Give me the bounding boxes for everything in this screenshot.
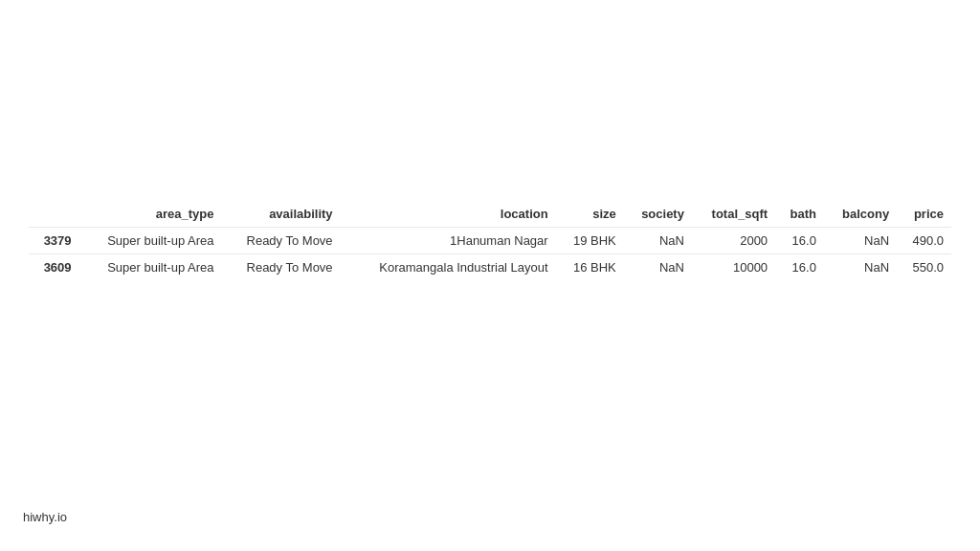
cell-total-sqft-1: 10000 [692, 254, 775, 281]
cell-area-type-0: Super built-up Area [79, 228, 222, 254]
col-header-bath: bath [775, 201, 824, 228]
cell-index-0: 3379 [29, 228, 79, 254]
cell-location-0: 1Hanuman Nagar [341, 228, 556, 254]
cell-total-sqft-0: 2000 [692, 228, 775, 254]
watermark-label: hiwhy.io [23, 510, 67, 524]
cell-size-1: 16 BHK [556, 254, 624, 281]
col-header-index [29, 201, 79, 228]
cell-area-type-1: Super built-up Area [79, 254, 222, 281]
col-header-area-type: area_type [79, 201, 222, 228]
cell-availability-1: Ready To Move [221, 254, 340, 281]
col-header-price: price [897, 201, 951, 228]
cell-society-1: NaN [624, 254, 692, 281]
cell-price-1: 550.0 [897, 254, 951, 281]
cell-index-1: 3609 [29, 254, 79, 281]
col-header-balcony: balcony [824, 201, 897, 228]
col-header-location: location [341, 201, 556, 228]
table-header-row: area_type availability location size soc… [29, 201, 951, 228]
col-header-availability: availability [221, 201, 340, 228]
cell-location-1: Koramangala Industrial Layout [341, 254, 556, 281]
cell-balcony-1: NaN [824, 254, 897, 281]
cell-bath-1: 16.0 [775, 254, 824, 281]
table-row: 3379 Super built-up Area Ready To Move 1… [29, 228, 951, 254]
col-header-society: society [624, 201, 692, 228]
cell-availability-0: Ready To Move [221, 228, 340, 254]
data-table: area_type availability location size soc… [29, 201, 951, 280]
table-row: 3609 Super built-up Area Ready To Move K… [29, 254, 951, 281]
col-header-size: size [556, 201, 624, 228]
cell-size-0: 19 BHK [556, 228, 624, 254]
cell-society-0: NaN [624, 228, 692, 254]
cell-price-0: 490.0 [897, 228, 951, 254]
col-header-total-sqft: total_sqft [692, 201, 775, 228]
cell-bath-0: 16.0 [775, 228, 824, 254]
cell-balcony-0: NaN [824, 228, 897, 254]
